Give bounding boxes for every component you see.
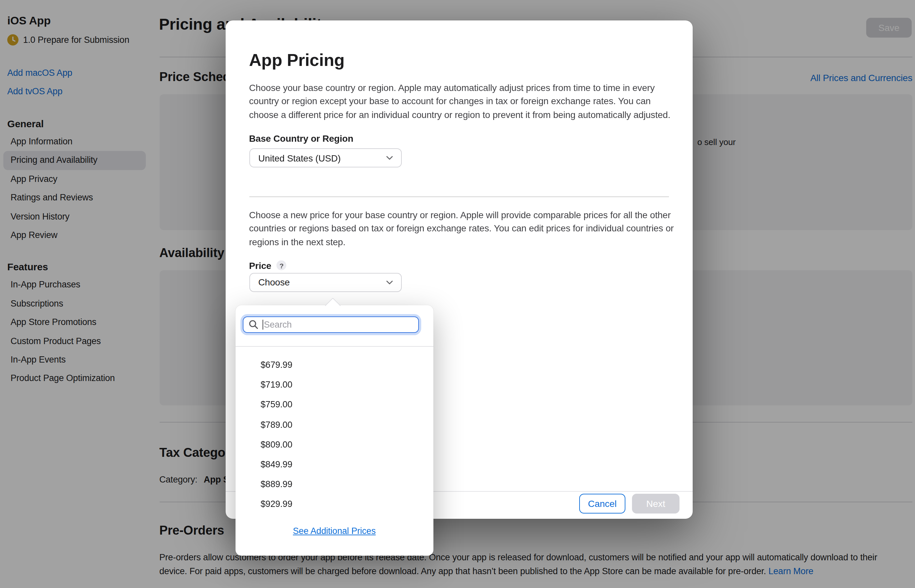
base-country-select[interactable]: United States (USD) xyxy=(249,148,402,168)
search-placeholder: Search xyxy=(264,320,292,330)
popover-divider xyxy=(235,346,433,347)
base-country-label: Base Country or Region xyxy=(249,133,353,144)
price-select-value: Choose xyxy=(258,277,385,288)
price-option[interactable]: $759.00 xyxy=(235,395,433,415)
price-option-list: $679.99$719.00$759.00$789.00$809.00$849.… xyxy=(235,355,433,515)
price-label: Price xyxy=(249,260,272,271)
chevron-down-icon xyxy=(385,153,394,162)
price-option[interactable]: $809.00 xyxy=(235,435,433,455)
search-input[interactable]: Search xyxy=(243,316,419,333)
viewport: iOS App 1.0 Prepare for Submission Add m… xyxy=(0,0,915,588)
price-option[interactable]: $719.00 xyxy=(235,375,433,395)
text-cursor xyxy=(262,320,263,330)
help-icon[interactable]: ? xyxy=(277,260,287,270)
next-button[interactable]: Next xyxy=(632,494,680,514)
price-option[interactable]: $929.99 xyxy=(235,495,433,515)
price-option[interactable]: $789.00 xyxy=(235,415,433,435)
search-icon xyxy=(248,320,258,330)
chevron-down-icon xyxy=(385,278,394,286)
price-select[interactable]: Choose xyxy=(249,273,402,292)
cancel-button[interactable]: Cancel xyxy=(579,494,625,514)
see-additional-prices-link[interactable]: See Additional Prices xyxy=(235,526,433,536)
price-option[interactable]: $889.99 xyxy=(235,475,433,494)
modal-title: App Pricing xyxy=(249,50,345,70)
price-option[interactable]: $679.99 xyxy=(235,355,433,375)
price-popover: Search $679.99$719.00$759.00$789.00$809.… xyxy=(235,305,433,556)
price-label-row: Price? xyxy=(249,260,287,271)
price-intro-paragraph: Choose a new price for your base country… xyxy=(249,208,675,249)
app-store-connect-page: iOS App 1.0 Prepare for Submission Add m… xyxy=(0,0,915,588)
modal-divider xyxy=(249,196,669,197)
modal-intro-paragraph: Choose your base country or region. Appl… xyxy=(249,81,677,121)
price-option[interactable]: $849.99 xyxy=(235,455,433,475)
base-country-value: United States (USD) xyxy=(258,153,385,163)
